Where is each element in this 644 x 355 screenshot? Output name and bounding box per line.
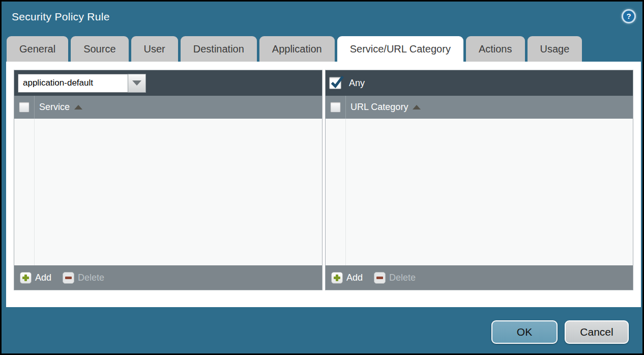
service-header-checkbox-cell bbox=[14, 102, 34, 113]
url-category-list bbox=[326, 119, 633, 265]
list-column-separator bbox=[345, 119, 346, 265]
column-separator bbox=[345, 96, 346, 119]
sort-asc-icon[interactable] bbox=[413, 105, 421, 110]
service-panel: Service Add Delete bbox=[14, 70, 323, 290]
tab-usage[interactable]: Usage bbox=[528, 36, 582, 62]
service-column-header: Service bbox=[14, 96, 322, 119]
dialog-content: Service Add Delete bbox=[6, 62, 641, 307]
minus-icon bbox=[374, 272, 386, 284]
url-category-panel: Any URL Category Add bbox=[325, 70, 633, 290]
service-add-button[interactable]: Add bbox=[20, 272, 51, 284]
url-category-panel-header: Any bbox=[326, 70, 633, 96]
list-column-separator bbox=[34, 119, 35, 265]
service-select-all-checkbox[interactable] bbox=[19, 102, 30, 113]
column-separator bbox=[34, 96, 35, 119]
dropdown-arrow-icon bbox=[132, 80, 141, 86]
minus-icon bbox=[63, 272, 74, 284]
tab-actions[interactable]: Actions bbox=[466, 36, 525, 62]
tab-general[interactable]: General bbox=[7, 36, 68, 62]
add-button-label: Add bbox=[346, 272, 363, 283]
sort-asc-icon[interactable] bbox=[74, 105, 82, 110]
tab-bar: GeneralSourceUserDestinationApplicationS… bbox=[7, 36, 582, 62]
delete-button-label: Delete bbox=[78, 272, 104, 283]
url-category-delete-button[interactable]: Delete bbox=[374, 272, 416, 284]
security-policy-rule-dialog: Security Policy Rule ? GeneralSourceUser… bbox=[0, 0, 644, 355]
tab-destination[interactable]: Destination bbox=[181, 36, 257, 62]
tab-source[interactable]: Source bbox=[71, 36, 128, 62]
delete-button-label: Delete bbox=[389, 272, 416, 283]
url-category-select-all-checkbox[interactable] bbox=[330, 102, 341, 113]
service-panel-header bbox=[14, 70, 322, 96]
url-category-column-label[interactable]: URL Category bbox=[350, 102, 408, 113]
url-category-toolbar: Add Delete bbox=[326, 265, 633, 290]
service-delete-button[interactable]: Delete bbox=[63, 272, 104, 284]
service-list bbox=[14, 119, 322, 265]
any-checkbox-label: Any bbox=[349, 78, 365, 89]
help-icon[interactable]: ? bbox=[622, 9, 636, 23]
service-type-input[interactable] bbox=[18, 74, 128, 93]
any-checkbox[interactable] bbox=[329, 77, 341, 89]
service-type-combo bbox=[18, 74, 146, 93]
tab-user[interactable]: User bbox=[131, 36, 178, 62]
url-category-add-button[interactable]: Add bbox=[331, 272, 363, 284]
plus-icon bbox=[331, 272, 343, 284]
service-toolbar: Add Delete bbox=[14, 265, 322, 290]
url-category-header-checkbox-cell bbox=[326, 102, 345, 113]
tab-service-url-category[interactable]: Service/URL Category bbox=[337, 36, 463, 62]
cancel-button[interactable]: Cancel bbox=[565, 320, 629, 344]
plus-icon bbox=[20, 272, 32, 284]
dialog-title: Security Policy Rule bbox=[12, 11, 110, 23]
tab-application[interactable]: Application bbox=[259, 36, 335, 62]
service-column-label[interactable]: Service bbox=[39, 102, 70, 113]
ok-button[interactable]: OK bbox=[491, 320, 558, 344]
url-category-column-header: URL Category bbox=[326, 96, 633, 119]
service-type-dropdown-button[interactable] bbox=[128, 74, 146, 93]
add-button-label: Add bbox=[35, 272, 51, 283]
